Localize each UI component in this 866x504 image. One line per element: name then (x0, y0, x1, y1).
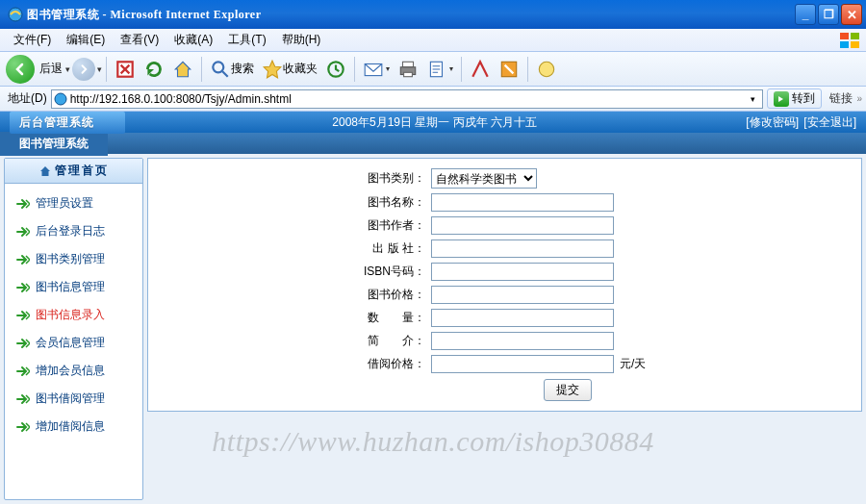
rent-input[interactable] (431, 355, 614, 373)
windows-logo-icon (839, 32, 860, 49)
rent-label: 借阅价格： (162, 356, 431, 372)
history-button[interactable] (321, 57, 350, 82)
app-brand: 后台管理系统 (10, 112, 125, 134)
home-small-icon (39, 165, 51, 177)
search-button[interactable]: 搜索 (206, 57, 258, 82)
menu-tools[interactable]: 工具(T) (220, 29, 273, 51)
main-area: 管理首页 管理员设置后台登录日志图书类别管理图书信息管理图书信息录入会员信息管理… (0, 154, 866, 504)
isbn-input[interactable] (431, 263, 614, 281)
sidebar-item-1[interactable]: 后台登录日志 (5, 217, 142, 245)
go-button[interactable]: 转到 (767, 88, 822, 109)
name-input[interactable] (431, 193, 614, 212)
sidebar-item-7[interactable]: 图书借阅管理 (5, 385, 142, 413)
rent-suffix: 元/天 (620, 356, 646, 372)
links-chevron-icon[interactable]: » (856, 93, 862, 104)
menu-view[interactable]: 查看(V) (113, 29, 166, 51)
forward-button[interactable] (72, 58, 95, 81)
back-label[interactable]: 后退 (39, 61, 63, 77)
sub-header: 图书管理系统 (0, 133, 866, 154)
svg-rect-4 (851, 41, 859, 48)
sidebar-item-label: 会员信息管理 (36, 335, 105, 351)
sidebar-item-3[interactable]: 图书信息管理 (5, 273, 142, 301)
tool-c-button[interactable] (532, 57, 561, 82)
edit-button[interactable]: ▾ (422, 57, 457, 82)
sidebar-item-6[interactable]: 增加会员信息 (5, 357, 142, 385)
intro-label: 简 介： (162, 333, 431, 349)
app-header: 后台管理系统 2008年5月19日 星期一 丙戌年 六月十五 [修改密码] [安… (0, 112, 866, 133)
app-date: 2008年5月19日 星期一 丙戌年 六月十五 (125, 114, 744, 131)
menu-help[interactable]: 帮助(H) (274, 29, 329, 51)
qty-input[interactable] (431, 309, 614, 327)
category-select[interactable]: 自然科学类图书 (431, 168, 537, 189)
links-label[interactable]: 链接 (826, 90, 856, 107)
content-area: 图书类别： 自然科学类图书 图书名称： 图书作者： 出 版 社： ISBN号码：… (147, 158, 862, 500)
minimize-button[interactable]: _ (795, 4, 816, 25)
qty-label: 数 量： (162, 310, 431, 326)
home-button[interactable] (168, 57, 197, 82)
sidebar-item-label: 图书信息录入 (36, 307, 105, 323)
sidebar-item-label: 管理员设置 (36, 195, 93, 212)
sidebar-item-label: 图书信息管理 (36, 279, 105, 295)
ie-icon (8, 7, 23, 22)
forward-dropdown-icon[interactable]: ▾ (97, 64, 102, 74)
window-titlebar: 图书管理系统 - Microsoft Internet Explorer _ ❐… (0, 0, 866, 29)
url-input[interactable] (70, 92, 746, 106)
sidebar-item-label: 增加会员信息 (36, 363, 105, 379)
svg-rect-9 (403, 62, 414, 67)
price-label: 图书价格： (162, 287, 431, 303)
sidebar-item-4[interactable]: 图书信息录入 (5, 301, 142, 329)
sidebar-item-label: 图书类别管理 (36, 251, 105, 267)
svg-point-6 (213, 62, 223, 72)
svg-point-14 (539, 62, 553, 76)
menu-edit[interactable]: 编辑(E) (59, 29, 113, 51)
isbn-label: ISBN号码： (162, 264, 431, 280)
address-bar: 地址(D) ▾ 转到 链接 » (0, 87, 866, 112)
stop-button[interactable] (111, 57, 140, 82)
refresh-button[interactable] (140, 57, 168, 82)
publisher-label: 出 版 社： (162, 240, 431, 257)
menu-file[interactable]: 文件(F) (6, 29, 59, 51)
svg-rect-2 (851, 33, 859, 39)
address-label: 地址(D) (4, 90, 51, 107)
url-field-wrap[interactable]: ▾ (51, 89, 764, 109)
logout-link[interactable]: [安全退出] (803, 115, 856, 129)
form-panel: 图书类别： 自然科学类图书 图书名称： 图书作者： 出 版 社： ISBN号码：… (147, 158, 862, 412)
sidebar-list: 管理员设置后台登录日志图书类别管理图书信息管理图书信息录入会员信息管理增加会员信… (5, 184, 142, 446)
menu-bar: 文件(F) 编辑(E) 查看(V) 收藏(A) 工具(T) 帮助(H) (0, 29, 866, 52)
favorites-button[interactable]: 收藏夹 (258, 57, 321, 82)
sidebar-header[interactable]: 管理首页 (5, 159, 142, 184)
tool-b-button[interactable] (495, 57, 523, 82)
sidebar-item-label: 图书借阅管理 (36, 391, 105, 407)
svg-rect-1 (840, 33, 849, 39)
back-button[interactable] (6, 55, 35, 84)
sidebar-item-8[interactable]: 增加借阅信息 (5, 413, 142, 441)
category-label: 图书类别： (162, 170, 431, 187)
sidebar-item-5[interactable]: 会员信息管理 (5, 329, 142, 357)
maximize-button[interactable]: ❐ (818, 4, 839, 25)
sidebar-item-2[interactable]: 图书类别管理 (5, 245, 142, 273)
chevron-down-icon: ▾ (449, 64, 453, 73)
intro-input[interactable] (431, 332, 614, 350)
mail-button[interactable]: ▾ (359, 57, 394, 82)
sidebar-item-label: 增加借阅信息 (36, 418, 105, 435)
publisher-input[interactable] (431, 239, 614, 258)
go-arrow-icon (774, 91, 789, 107)
sub-header-title: 图书管理系统 (0, 132, 108, 156)
name-label: 图书名称： (162, 194, 431, 211)
sidebar-item-0[interactable]: 管理员设置 (5, 189, 142, 217)
window-title: 图书管理系统 - Microsoft Internet Explorer (27, 7, 795, 23)
print-button[interactable] (394, 57, 422, 82)
close-button[interactable]: ✕ (841, 4, 862, 25)
submit-button[interactable]: 提交 (544, 379, 592, 401)
change-password-link[interactable]: [修改密码] (746, 115, 799, 129)
url-dropdown-icon[interactable]: ▾ (745, 94, 760, 104)
tool-a-button[interactable] (466, 57, 495, 82)
price-input[interactable] (431, 286, 614, 304)
sidebar-item-label: 后台登录日志 (36, 223, 105, 239)
svg-rect-3 (840, 41, 849, 48)
author-input[interactable] (431, 216, 614, 235)
menu-favorites[interactable]: 收藏(A) (166, 29, 220, 51)
back-dropdown-icon[interactable]: ▾ (65, 64, 70, 74)
page-icon (54, 92, 67, 106)
browser-toolbar: 后退 ▾ ▾ 搜索 收藏夹 ▾ ▾ (0, 52, 866, 87)
